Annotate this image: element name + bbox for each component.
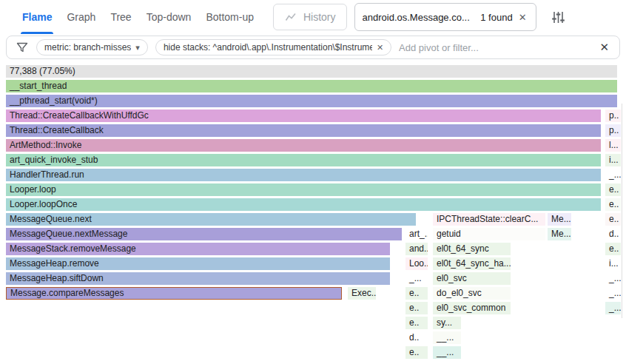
tab-bottom-up[interactable]: Bottom-up [198,0,261,34]
flame-frame[interactable]: el0_svc_common [433,302,511,314]
flame-frame[interactable]: _... [405,272,428,285]
flame-frame[interactable]: __pthread_start(void*) [6,95,617,107]
flame-frame[interactable]: Me... [548,228,571,240]
tab-graph[interactable]: Graph [59,0,103,34]
flame-frame[interactable]: MessageHeap.siftDown [6,272,390,285]
filter-chip-label: hide stacks: ^android\.app\.Instrumentat… [164,42,372,53]
flame-frame[interactable]: e.. [605,198,621,211]
tab-flame[interactable]: Flame [15,0,59,34]
flame-frame[interactable]: and... [405,243,428,255]
pivot-filter-input[interactable] [399,42,590,53]
tab-tree[interactable]: Tree [103,0,138,34]
flame-frame[interactable]: el0t_64_sync [433,243,511,255]
flame-frame[interactable]: _... [605,272,621,285]
funnel-icon [16,41,29,54]
clear-filters-icon[interactable]: ✕ [598,41,610,54]
history-button[interactable]: History [273,4,347,30]
filter-chip[interactable]: metric: branch-misses▾ [36,39,148,55]
flame-frame[interactable]: __start_thread [6,80,617,92]
filter-chips: metric: branch-misses▾hide stacks: ^andr… [36,39,391,55]
top-bar: FlameGraphTreeTop-downBottom-up History … [0,0,626,34]
search-input[interactable]: android.os.Message.co... [363,12,477,23]
flame-frame[interactable]: 77,388 (77.05%) [6,65,617,78]
flame-frame[interactable]: e.. [605,213,621,226]
flame-frame[interactable]: e.. [405,346,428,359]
flame-frame[interactable]: Looper.loop [6,183,601,196]
flame-frame[interactable]: _... [605,302,621,314]
flame-frame[interactable]: i... [605,257,621,270]
search-result-count: 1 found [480,12,512,23]
flame-right-divider [622,104,622,318]
flame-frame[interactable]: _... [605,287,621,300]
flame-frame[interactable]: __... [433,346,461,359]
flame-frame[interactable]: MessageQueue.next [6,213,416,226]
flame-frame[interactable]: art_quick_invoke_stub [6,154,601,166]
tab-bar: FlameGraphTreeTop-downBottom-up [15,0,261,34]
flame-frame[interactable]: d.. [405,331,428,344]
flame-frame[interactable]: __... [433,331,461,344]
close-icon[interactable]: ✕ [377,43,383,53]
flame-frame[interactable]: e.. [605,243,621,255]
flame-frame[interactable]: HandlerThread.run [6,169,601,181]
flame-frame[interactable]: p.. [605,109,621,122]
filter-bar: metric: branch-misses▾hide stacks: ^andr… [6,36,620,59]
flame-frame[interactable]: art_... [405,228,428,240]
search-box[interactable]: android.os.Message.co... 1 found ✕ [354,3,536,31]
flame-frame[interactable]: Looper.loopOnce [6,198,601,211]
flame-frame[interactable]: e.. [405,287,428,300]
flame-frame[interactable]: i... [605,154,621,166]
history-button-label: History [303,11,336,23]
flame-frame[interactable]: Me... [548,213,571,226]
close-icon[interactable]: ✕ [517,12,528,23]
line-chart-icon [284,11,297,23]
flame-frame[interactable]: e.. [605,183,621,196]
flame-frame-selected[interactable]: Message.compareMessages [6,287,342,300]
tune-button[interactable] [550,9,566,25]
flame-frame[interactable]: Thread::CreateCallback [6,124,601,137]
flame-frame[interactable]: MessageStack.removeMessage [6,243,390,255]
filter-chip[interactable]: hide stacks: ^android\.app\.Instrumentat… [155,39,391,55]
flame-frame[interactable]: ArtMethod::Invoke [6,139,601,152]
flame-graph: 77,388 (77.05%)__start_thread__pthread_s… [0,65,626,364]
flame-frame[interactable]: l... [605,139,621,152]
flame-frame[interactable]: _... [605,169,621,181]
flame-frame[interactable]: d.. [605,228,621,240]
flame-frame[interactable]: e.. [405,302,428,314]
flame-frame[interactable]: p.. [605,124,621,137]
profiler-app: FlameGraphTreeTop-downBottom-up History … [0,0,626,364]
flame-frame[interactable]: MessageQueue.nextMessage [6,228,402,240]
flame-frame[interactable]: sy... [433,317,461,329]
flame-frame[interactable]: getuid [433,228,545,240]
flame-frame[interactable]: do_el0_svc [433,287,511,300]
flame-frame[interactable]: Thread::CreateCallbackWithUffdGc [6,109,601,122]
flame-frame[interactable]: el0_svc [433,272,511,285]
flame-frame[interactable]: Exec... [348,287,376,300]
tune-sliders-icon [550,9,566,25]
flame-frame[interactable]: IPCThreadState::clearC... [433,213,545,226]
flame-frame[interactable]: el0t_64_sync_ha... [433,257,511,270]
filter-chip-label: metric: branch-misses [44,42,131,53]
tab-top-down[interactable]: Top-down [139,0,199,34]
flame-frame[interactable]: e.. [405,317,428,329]
flame-frame[interactable]: Loo... [405,257,428,270]
chevron-down-icon[interactable]: ▾ [135,43,140,53]
flame-frame[interactable]: MessageHeap.remove [6,257,390,270]
